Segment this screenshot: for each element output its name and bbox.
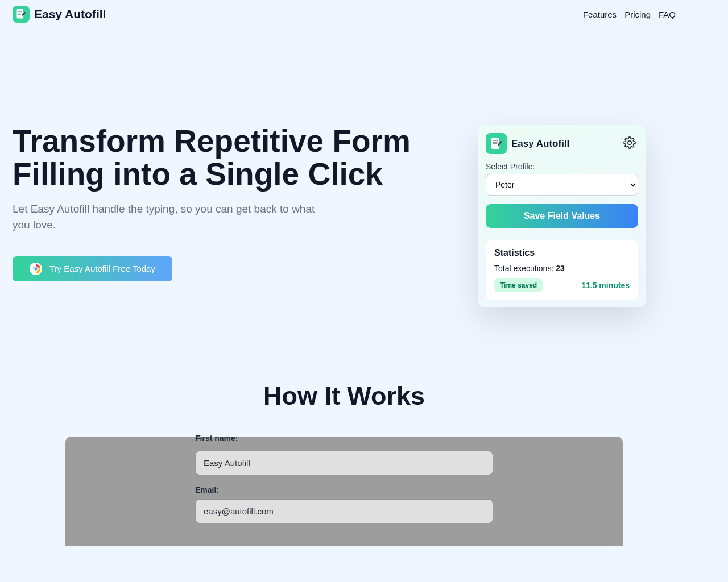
nav-faq[interactable]: FAQ: [659, 10, 676, 19]
nav-features[interactable]: Features: [583, 10, 617, 19]
hero-subtitle: Let Easy Autofill handle the typing, so …: [13, 201, 331, 234]
time-saved-pill: Time saved: [494, 278, 543, 292]
card-logo-icon: [486, 133, 507, 154]
save-button[interactable]: Save Field Values: [486, 204, 638, 228]
svg-rect-8: [491, 138, 499, 149]
header: Easy Autofill Features Pricing FAQ: [0, 0, 688, 28]
logo-icon: [13, 6, 30, 23]
logo-group: Easy Autofill: [13, 6, 106, 23]
hero-left: Transform Repetitive Form Filling into a…: [13, 125, 425, 307]
nav-pricing[interactable]: Pricing: [624, 10, 651, 19]
gear-icon: [623, 136, 636, 149]
exec-value: 23: [556, 264, 565, 273]
stats-executions: Total executions: 23: [494, 264, 630, 273]
demo-box: First name: Email:: [65, 436, 623, 546]
stats-box: Statistics Total executions: 23 Time sav…: [486, 240, 638, 300]
stats-time-row: Time saved 11.5 minutes: [494, 278, 630, 292]
extension-card: Easy Autofill Select Profile: Peter Save…: [478, 125, 646, 307]
stats-title: Statistics: [494, 248, 630, 258]
nav: Features Pricing FAQ: [583, 10, 676, 19]
how-it-works: How It Works First name: Email:: [0, 342, 688, 546]
card-head: Easy Autofill: [486, 133, 638, 154]
settings-button[interactable]: [621, 134, 638, 153]
hero-right: Easy Autofill Select Profile: Peter Save…: [448, 125, 676, 307]
svg-rect-0: [17, 9, 24, 19]
email-label: Email:: [195, 485, 493, 494]
select-profile-label: Select Profile:: [486, 162, 638, 171]
cta-button[interactable]: Try Easy Autofill Free Today: [13, 256, 172, 281]
chrome-icon: [30, 263, 42, 275]
time-saved-value: 11.5 minutes: [581, 281, 630, 290]
brand-name: Easy Autofill: [34, 7, 106, 21]
email-input[interactable]: [195, 499, 493, 523]
card-logo-group: Easy Autofill: [486, 133, 569, 154]
hero: Transform Repetitive Form Filling into a…: [0, 28, 688, 342]
card-brand: Easy Autofill: [511, 138, 569, 149]
svg-point-7: [34, 267, 38, 271]
demo-form: First name: Email:: [195, 437, 493, 523]
hero-title: Transform Repetitive Form Filling into a…: [13, 125, 425, 191]
first-name-input[interactable]: [195, 451, 493, 475]
hiw-title: How It Works: [13, 381, 676, 411]
first-name-label: First name:: [195, 434, 493, 443]
profile-select[interactable]: Peter: [486, 174, 638, 196]
exec-label: Total executions:: [494, 264, 556, 273]
cta-label: Try Easy Autofill Free Today: [49, 264, 155, 273]
